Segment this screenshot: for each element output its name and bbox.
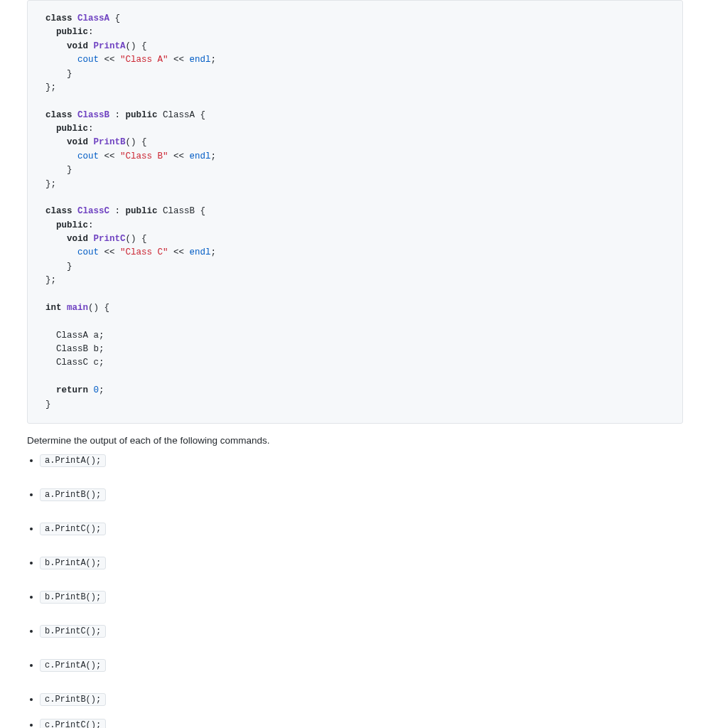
sig: () {: [126, 137, 147, 147]
num-zero: 0: [94, 385, 99, 395]
kw-public: public: [56, 220, 88, 230]
method-printb: PrintB: [94, 137, 126, 147]
list-item: c.PrintA();: [40, 659, 683, 672]
command-code: b.PrintA();: [40, 557, 106, 569]
kw-class: class: [45, 206, 72, 216]
endl: endl: [190, 247, 211, 257]
brace-close: };: [45, 275, 56, 285]
kw-public: public: [56, 124, 88, 134]
list-item: b.PrintC();: [40, 625, 683, 638]
inherit-sep: :: [109, 206, 126, 216]
semi: ;: [99, 385, 104, 395]
fn-main: main: [67, 303, 88, 313]
command-code: c.PrintC();: [40, 719, 106, 728]
class-name-b: ClassB: [77, 110, 109, 120]
kw-void: void: [67, 234, 88, 244]
string-literal: "Class B": [120, 151, 168, 161]
command-code: a.PrintB();: [40, 488, 106, 501]
op: <<: [168, 151, 190, 161]
method-printc: PrintC: [94, 234, 126, 244]
endl: endl: [190, 55, 211, 65]
base: ClassB {: [158, 206, 206, 216]
command-code: a.PrintC();: [40, 523, 106, 535]
cout: cout: [77, 247, 99, 257]
decl-c: ClassC c;: [45, 358, 104, 368]
colon: :: [88, 220, 94, 230]
colon: :: [88, 27, 94, 37]
colon: :: [88, 124, 94, 134]
kw-return: return: [56, 385, 88, 395]
method-printa: PrintA: [94, 41, 126, 51]
kw-class: class: [45, 14, 72, 23]
list-item: c.PrintB();: [40, 693, 683, 706]
op: <<: [168, 247, 190, 257]
commands-list: a.PrintA(); a.PrintB(); a.PrintC(); b.Pr…: [40, 454, 683, 728]
sp: [88, 385, 94, 395]
brace-close: }: [67, 262, 72, 272]
endl: endl: [190, 151, 211, 161]
brace: {: [109, 14, 120, 23]
page-container: class ClassA { public: void PrintA() { c…: [0, 0, 710, 728]
op: <<: [99, 151, 120, 161]
cout: cout: [77, 151, 99, 161]
list-item: b.PrintA();: [40, 557, 683, 569]
brace-close: };: [45, 82, 56, 92]
list-item: c.PrintC();: [40, 719, 683, 728]
sig: () {: [126, 41, 147, 51]
kw-int: int: [45, 303, 62, 313]
brace-close: };: [45, 179, 56, 189]
op: <<: [168, 55, 190, 65]
decl-b: ClassB b;: [45, 344, 104, 354]
command-code: b.PrintB();: [40, 591, 106, 604]
list-item: a.PrintA();: [40, 454, 683, 467]
kw-void: void: [67, 137, 88, 147]
prompt-text: Determine the output of each of the foll…: [27, 435, 683, 446]
command-code: a.PrintA();: [40, 454, 106, 467]
kw-class: class: [45, 110, 72, 120]
sig: () {: [126, 234, 147, 244]
list-item: a.PrintC();: [40, 523, 683, 535]
brace-close: }: [67, 165, 72, 175]
base: ClassA {: [158, 110, 206, 120]
string-literal: "Class A": [120, 55, 168, 65]
code-block: class ClassA { public: void PrintA() { c…: [27, 0, 683, 424]
semi: ;: [211, 55, 217, 65]
semi: ;: [211, 247, 217, 257]
cout: cout: [77, 55, 99, 65]
kw-public: public: [126, 110, 158, 120]
inherit-sep: :: [109, 110, 126, 120]
command-code: c.PrintB();: [40, 693, 106, 706]
kw-public: public: [126, 206, 158, 216]
command-code: b.PrintC();: [40, 625, 106, 638]
semi: ;: [211, 151, 217, 161]
class-name-a: ClassA: [77, 14, 109, 23]
decl-a: ClassA a;: [45, 331, 104, 341]
brace-close: }: [45, 400, 51, 410]
op: <<: [99, 247, 120, 257]
string-literal: "Class C": [120, 247, 168, 257]
class-name-c: ClassC: [77, 206, 109, 216]
op: <<: [99, 55, 120, 65]
list-item: a.PrintB();: [40, 488, 683, 501]
kw-public: public: [56, 27, 88, 37]
command-code: c.PrintA();: [40, 659, 106, 672]
brace-close: }: [67, 69, 72, 79]
list-item: b.PrintB();: [40, 591, 683, 604]
kw-void: void: [67, 41, 88, 51]
sig: () {: [88, 303, 109, 313]
